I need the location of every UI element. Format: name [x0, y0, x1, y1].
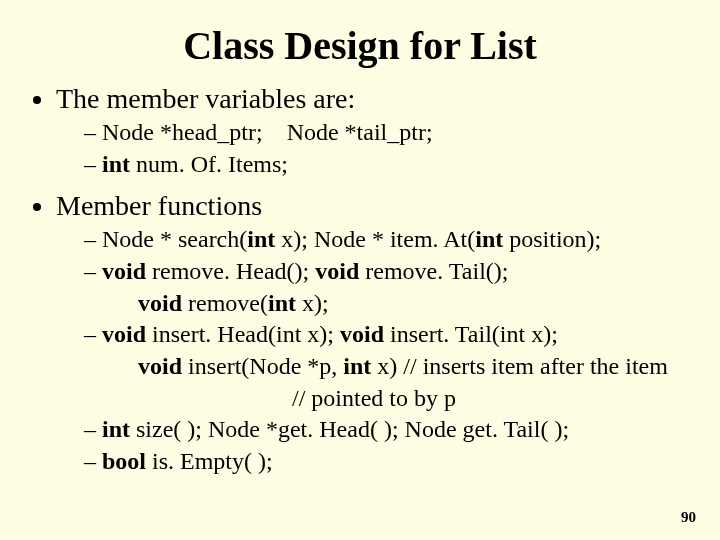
f1-c: position); [503, 226, 601, 252]
var2-rest: num. Of. Items; [130, 151, 288, 177]
keyword-void: void [102, 321, 146, 347]
f2c-rest: remove( [182, 290, 268, 316]
f2-a: remove. Head(); [146, 258, 315, 284]
bullet-member-functions: Member functions Node * search(int x); N… [56, 190, 692, 477]
bullet-member-variables: The member variables are: Node *head_ptr… [56, 83, 692, 180]
func-line-1: Node * search(int x); Node * item. At(in… [84, 224, 692, 256]
var1-a: Node *head_ptr; [102, 119, 263, 145]
member-funcs-label: Member functions [56, 190, 262, 221]
keyword-void: void [138, 290, 182, 316]
var-line-2: int num. Of. Items; [84, 149, 692, 181]
member-funcs-sublist: Node * search(int x); Node * item. At(in… [56, 224, 692, 477]
keyword-bool: bool [102, 448, 146, 474]
func-line-5: bool is. Empty( ); [84, 446, 692, 478]
keyword-int: int [343, 353, 371, 379]
func-line-3: void insert. Head(int x); void insert. T… [84, 319, 692, 414]
keyword-int: int [102, 151, 130, 177]
slide: Class Design for List The member variabl… [0, 0, 720, 540]
f2c-end: x); [296, 290, 329, 316]
func-line-4: int size( ); Node *get. Head( ); Node ge… [84, 414, 692, 446]
f3-a: insert. Head(int x); [146, 321, 340, 347]
slide-title: Class Design for List [28, 22, 692, 69]
keyword-void: void [340, 321, 384, 347]
member-vars-sublist: Node *head_ptr; Node *tail_ptr; int num.… [56, 117, 692, 180]
f3-continuation-1: void insert(Node *p, int x) // inserts i… [102, 351, 692, 383]
page-number: 90 [681, 509, 696, 526]
keyword-int: int [475, 226, 503, 252]
keyword-int: int [268, 290, 296, 316]
var-line-1: Node *head_ptr; Node *tail_ptr; [84, 117, 692, 149]
f3-continuation-2: // pointed to by p [102, 383, 692, 415]
keyword-void: void [138, 353, 182, 379]
member-vars-label: The member variables are: [56, 83, 355, 114]
f1-b: x); Node * item. At( [275, 226, 475, 252]
f3-b: insert. Tail(int x); [384, 321, 558, 347]
f2-b: remove. Tail(); [359, 258, 508, 284]
f5-rest: is. Empty( ); [146, 448, 273, 474]
f1-a: Node * search( [102, 226, 247, 252]
f4-rest: size( ); Node *get. Head( ); Node get. T… [130, 416, 569, 442]
f3c-b: x) // inserts item after the item [371, 353, 668, 379]
keyword-void: void [102, 258, 146, 284]
func-line-2: void remove. Head(); void remove. Tail()… [84, 256, 692, 319]
var1-b: Node *tail_ptr; [287, 119, 433, 145]
f3c-a: insert(Node *p, [182, 353, 343, 379]
keyword-int: int [247, 226, 275, 252]
f2-continuation: void remove(int x); [102, 288, 692, 320]
keyword-int: int [102, 416, 130, 442]
keyword-void: void [315, 258, 359, 284]
bullet-list-level1: The member variables are: Node *head_ptr… [28, 83, 692, 478]
